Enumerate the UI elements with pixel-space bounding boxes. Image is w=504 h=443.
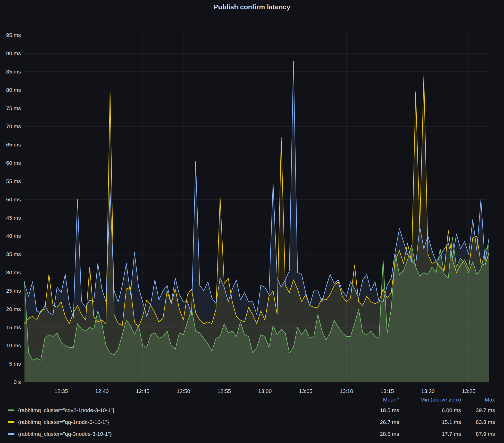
- legend-item-qq-3nodes: {rabbitmq_cluster="qq-3nodes-3-10-1"} 28…: [0, 428, 504, 440]
- legend-col-max[interactable]: Max: [461, 397, 495, 403]
- y-tick-label: 35 ms: [6, 251, 21, 257]
- series-max-value: 83.8 ms: [461, 419, 495, 425]
- series-min-value: 17.7 ms: [399, 431, 461, 437]
- x-tick-label: 12:40: [95, 388, 109, 394]
- x-tick-label: 13:15: [380, 388, 394, 394]
- legend-col-mean-label: Mean: [383, 397, 397, 403]
- y-tick-label: 25 ms: [6, 288, 21, 294]
- x-tick-label: 12:45: [136, 388, 149, 394]
- sort-caret-icon: ^: [397, 397, 399, 402]
- y-tick-label: 10 ms: [6, 342, 21, 348]
- series-label[interactable]: {rabbitmq_cluster="cqv2-1node-3-10-1"}: [18, 407, 360, 413]
- x-tick-label: 13:25: [462, 388, 476, 394]
- y-tick-label: 50 ms: [6, 196, 21, 202]
- y-tick-label: 45 ms: [6, 215, 21, 221]
- x-tick-label: 12:50: [177, 388, 190, 394]
- x-tick-label: 12:35: [54, 388, 68, 394]
- legend-col-mean[interactable]: Mean^: [360, 397, 399, 403]
- y-tick-label: 55 ms: [6, 178, 21, 184]
- series-max-value: 87.9 ms: [461, 431, 495, 437]
- legend-item-cqv2-1node: {rabbitmq_cluster="cqv2-1node-3-10-1"} 1…: [0, 404, 504, 416]
- y-tick-label: 15 ms: [6, 324, 21, 330]
- legend-header-row: Mean^ Min (above zero) Max: [0, 395, 504, 404]
- y-tick-label: 95 ms: [6, 32, 21, 38]
- legend: Mean^ Min (above zero) Max {rabbitmq_clu…: [0, 395, 504, 440]
- y-tick-label: 0 s: [14, 379, 21, 385]
- series-min-value: 15.1 ms: [399, 419, 461, 425]
- y-tick-label: 40 ms: [6, 233, 21, 239]
- series-swatch-yellow[interactable]: [8, 421, 14, 423]
- series-mean-value: 26.7 ms: [360, 419, 399, 425]
- y-tick-label: 90 ms: [6, 50, 21, 56]
- series-label[interactable]: {rabbitmq_cluster="qq-1node-3-10-1"}: [18, 419, 360, 425]
- y-tick-label: 30 ms: [6, 269, 21, 275]
- legend-col-min[interactable]: Min (above zero): [399, 397, 461, 403]
- y-tick-label: 70 ms: [6, 123, 21, 129]
- x-tick-label: 13:05: [299, 388, 313, 394]
- y-tick-label: 20 ms: [6, 306, 21, 312]
- series-swatch-blue[interactable]: [8, 433, 14, 435]
- series-mean-value: 18.5 ms: [360, 407, 399, 413]
- series-min-value: 6.00 ms: [399, 407, 461, 413]
- series-swatch-green[interactable]: [8, 409, 14, 411]
- x-tick-label: 13:00: [258, 388, 272, 394]
- x-tick-label: 12:55: [217, 388, 231, 394]
- series-mean-value: 28.5 ms: [360, 431, 399, 437]
- y-tick-label: 85 ms: [6, 69, 21, 75]
- series-label[interactable]: {rabbitmq_cluster="qq-3nodes-3-10-1"}: [18, 431, 360, 437]
- x-tick-label: 13:20: [421, 388, 435, 394]
- x-tick-label: 13:10: [340, 388, 353, 394]
- y-tick-label: 5 ms: [9, 361, 21, 367]
- y-tick-label: 60 ms: [6, 160, 21, 166]
- series-max-value: 39.7 ms: [461, 407, 495, 413]
- y-tick-label: 65 ms: [6, 142, 21, 147]
- y-tick-label: 80 ms: [6, 87, 21, 93]
- legend-item-qq-1node: {rabbitmq_cluster="qq-1node-3-10-1"} 26.…: [0, 416, 504, 428]
- y-tick-label: 75 ms: [6, 105, 21, 111]
- chart-canvas[interactable]: 0 s5 ms10 ms15 ms20 ms25 ms30 ms35 ms40 …: [0, 0, 504, 395]
